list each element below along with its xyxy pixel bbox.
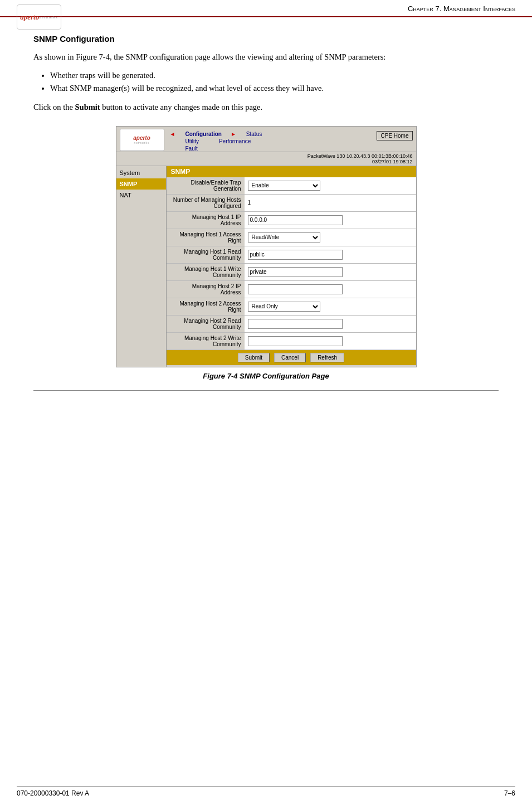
form-label: Disable/Enable TrapGeneration bbox=[167, 177, 245, 195]
form-value[interactable] bbox=[245, 211, 416, 229]
ui-logo-text: aperto bbox=[133, 135, 150, 141]
host2-read-community-input[interactable] bbox=[248, 319, 343, 329]
body-para1: As shown in Figure 7-4, the SNMP configu… bbox=[33, 51, 499, 64]
submit-button[interactable]: Submit bbox=[238, 353, 270, 362]
nav-arrow: ◄ bbox=[170, 131, 175, 137]
nav-config[interactable]: Configuration bbox=[185, 131, 222, 137]
form-value[interactable] bbox=[245, 263, 416, 280]
content-area: SNMP Disable/Enable TrapGeneration Enabl… bbox=[167, 166, 416, 367]
form-label: Managing Host 1 AccessRight bbox=[167, 229, 245, 246]
ui-logo-sub: networks bbox=[134, 141, 149, 144]
logo-text: aperto bbox=[20, 13, 39, 22]
form-value[interactable]: Read Only Read/Write bbox=[245, 298, 416, 315]
hosts-count: 1 bbox=[248, 200, 251, 206]
main-content: SNMP Configuration As shown in Figure 7-… bbox=[0, 17, 532, 413]
form-label: Managing Host 2 ReadCommunity bbox=[167, 315, 245, 332]
para2-suffix: button to activate any changes made on t… bbox=[100, 103, 263, 111]
table-row: Managing Host 1 WriteCommunity bbox=[167, 263, 416, 280]
form-label: Managing Host 1 IPAddress bbox=[167, 211, 245, 229]
footer-right: 7–6 bbox=[504, 789, 515, 797]
cancel-button[interactable]: Cancel bbox=[274, 353, 306, 362]
page-footer: 070-20000330-01 Rev A 7–6 bbox=[17, 787, 515, 797]
ui-logo: aperto networks bbox=[120, 129, 164, 151]
form-label: Managing Host 2 AccessRight bbox=[167, 298, 245, 315]
host2-ip-input[interactable] bbox=[248, 284, 343, 294]
nav-fault[interactable]: Fault bbox=[186, 146, 198, 152]
sidebar-item-snmp[interactable]: SNMP bbox=[116, 178, 166, 190]
form-value: 1 bbox=[245, 194, 416, 211]
table-row: Number of Managing HostsConfigured 1 bbox=[167, 194, 416, 211]
bullet-item-1: Whether traps will be generated. bbox=[50, 69, 499, 82]
form-value[interactable] bbox=[245, 280, 416, 298]
nav-status[interactable]: Status bbox=[246, 131, 262, 137]
cpe-home-button[interactable]: CPE Home bbox=[377, 131, 412, 140]
nav-bar: aperto networks ◄ Configuration ► Status… bbox=[116, 127, 416, 152]
host2-access-select[interactable]: Read Only Read/Write bbox=[248, 302, 320, 312]
sidebar: System SNMP NAT bbox=[116, 166, 167, 367]
footer-left: 070-20000330-01 Rev A bbox=[17, 789, 89, 797]
device-info-line2: 03/27/01 19:08:12 bbox=[308, 159, 413, 164]
sidebar-item-system[interactable]: System bbox=[116, 167, 166, 178]
form-value[interactable] bbox=[245, 332, 416, 350]
nav-row-2: Utility Performance bbox=[170, 138, 262, 144]
snmp-section-header: SNMP bbox=[167, 166, 416, 177]
body-para2: Click on the Submit button to activate a… bbox=[33, 101, 499, 114]
header-logo: aperto networks bbox=[17, 4, 61, 30]
form-value[interactable] bbox=[245, 315, 416, 332]
trap-generation-select[interactable]: Enable Disable bbox=[248, 181, 320, 191]
para2-bold: Submit bbox=[75, 103, 100, 111]
host1-write-community-input[interactable] bbox=[248, 267, 343, 277]
table-row: Disable/Enable TrapGeneration Enable Dis… bbox=[167, 177, 416, 195]
snmp-ui: aperto networks ◄ Configuration ► Status… bbox=[116, 126, 417, 367]
form-label: Managing Host 1 WriteCommunity bbox=[167, 263, 245, 280]
host1-read-community-input[interactable] bbox=[248, 250, 343, 260]
nav-arrow-right: ► bbox=[231, 131, 236, 137]
nav-utility[interactable]: Utility bbox=[186, 138, 199, 144]
table-row: Managing Host 2 WriteCommunity bbox=[167, 332, 416, 350]
table-row: Managing Host 2 ReadCommunity bbox=[167, 315, 416, 332]
device-info-line1: PacketWave 130 10.20.43.3 00:01:3B:00:10… bbox=[308, 153, 413, 159]
bullet-item-2: What SNMP manager(s) will be recognized,… bbox=[50, 82, 499, 95]
logo-sub: networks bbox=[39, 15, 58, 20]
table-row: Managing Host 1 IPAddress bbox=[167, 211, 416, 229]
page-header: aperto networks Chapter 7. Management In… bbox=[0, 0, 532, 17]
figure-caption: Figure 7-4 SNMP Configuration Page bbox=[203, 372, 329, 380]
table-row: Managing Host 1 AccessRight Read/Write R… bbox=[167, 229, 416, 246]
bullet-list: Whether traps will be generated. What SN… bbox=[50, 69, 499, 95]
form-label: Number of Managing HostsConfigured bbox=[167, 194, 245, 211]
button-bar: Submit Cancel Refresh bbox=[167, 350, 416, 365]
form-value[interactable] bbox=[245, 246, 416, 263]
section-divider bbox=[33, 390, 499, 391]
figure-caption-bold: Figure 7-4 bbox=[203, 372, 237, 380]
form-label: Managing Host 1 ReadCommunity bbox=[167, 246, 245, 263]
nav-performance[interactable]: Performance bbox=[219, 138, 251, 144]
device-info: PacketWave 130 10.20.43.3 00:01:3B:00:10… bbox=[116, 152, 416, 166]
ui-body: System SNMP NAT SNMP Disable/Enable Trap… bbox=[116, 166, 416, 367]
table-row: Managing Host 2 IPAddress bbox=[167, 280, 416, 298]
para2-prefix: Click on the bbox=[33, 103, 75, 111]
nav-row-1: ◄ Configuration ► Status bbox=[170, 131, 262, 137]
host2-write-community-input[interactable] bbox=[248, 336, 343, 346]
table-row: Managing Host 2 AccessRight Read Only Re… bbox=[167, 298, 416, 315]
figure-container: aperto networks ◄ Configuration ► Status… bbox=[33, 126, 499, 380]
refresh-button[interactable]: Refresh bbox=[310, 353, 344, 362]
section-title: SNMP Configuration bbox=[33, 34, 499, 43]
chapter-title: Chapter 7. Management Interfaces bbox=[408, 4, 515, 13]
form-value[interactable]: Enable Disable bbox=[245, 177, 416, 195]
form-label: Managing Host 2 IPAddress bbox=[167, 280, 245, 298]
form-value[interactable]: Read/Write Read Only bbox=[245, 229, 416, 246]
snmp-form-table: Disable/Enable TrapGeneration Enable Dis… bbox=[167, 177, 416, 350]
figure-caption-text: SNMP Configuration Page bbox=[237, 372, 329, 380]
table-row: Managing Host 1 ReadCommunity bbox=[167, 246, 416, 263]
nav-row-3: Fault bbox=[170, 146, 262, 152]
form-label: Managing Host 2 WriteCommunity bbox=[167, 332, 245, 350]
host1-ip-input[interactable] bbox=[248, 215, 343, 225]
host1-access-select[interactable]: Read/Write Read Only bbox=[248, 232, 320, 243]
sidebar-item-nat[interactable]: NAT bbox=[116, 190, 166, 201]
